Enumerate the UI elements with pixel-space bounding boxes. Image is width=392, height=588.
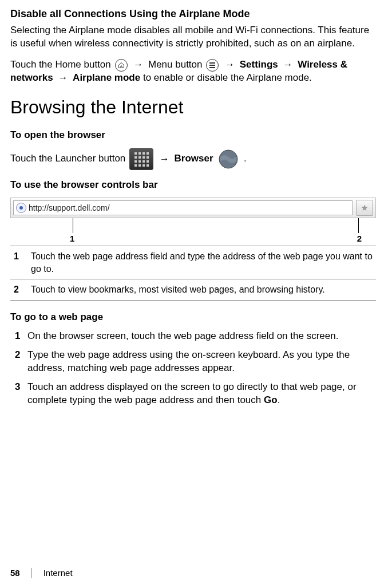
para-airplane-desc: Selecting the Airplane mode disables all… bbox=[10, 24, 376, 50]
step-item: 3 Touch an address displayed on the scre… bbox=[10, 381, 376, 407]
footer-separator bbox=[31, 568, 32, 578]
favicon-icon bbox=[16, 203, 26, 213]
text-menu-button: Menu button bbox=[148, 59, 205, 70]
row-text: Touch to view bookmarks, most visited we… bbox=[27, 279, 376, 301]
steps-list: 1 On the browser screen, touch the web p… bbox=[10, 330, 376, 407]
text-touch-home: Touch the Home button bbox=[10, 59, 114, 70]
arrow-icon: → bbox=[133, 59, 143, 70]
row-number: 2 bbox=[10, 279, 27, 301]
text-settings: Settings bbox=[240, 59, 278, 70]
heading-browser-controls: To use the browser controls bar bbox=[10, 179, 376, 192]
table-row: 2 Touch to view bookmarks, most visited … bbox=[10, 279, 376, 301]
page-number: 58 bbox=[10, 567, 20, 579]
callout-2: 2 bbox=[357, 233, 362, 244]
callout-labels: 1 2 bbox=[10, 218, 376, 242]
page-footer: 58 Internet bbox=[10, 567, 73, 579]
step-number: 1 bbox=[10, 330, 27, 343]
heading-open-browser: To open the browser bbox=[10, 129, 376, 142]
table-row: 1 Touch the web page address field and t… bbox=[10, 246, 376, 279]
callout-1: 1 bbox=[70, 233, 74, 244]
launcher-icon bbox=[129, 148, 153, 170]
url-text: http://support.dell.com/ bbox=[29, 203, 110, 214]
step-item: 2 Type the web page address using the on… bbox=[10, 349, 376, 375]
text-browser: Browser bbox=[175, 153, 213, 164]
para-airplane-instruction: Touch the Home button → Menu button → Se… bbox=[10, 58, 376, 85]
arrow-icon: → bbox=[160, 153, 169, 164]
menu-icon bbox=[206, 59, 219, 72]
heading-airplane-mode: Disable all Connections Using the Airpla… bbox=[10, 7, 376, 21]
heading-browsing-internet: Browsing the Internet bbox=[10, 95, 376, 120]
text-airplane-suffix: to enable or disable the Airplane mode. bbox=[143, 72, 312, 83]
star-icon bbox=[361, 204, 369, 212]
step-text: Type the web page address using the on-s… bbox=[27, 349, 376, 375]
controls-description-table: 1 Touch the web page address field and t… bbox=[10, 246, 376, 301]
arrow-icon: → bbox=[225, 59, 235, 70]
step-item: 1 On the browser screen, touch the web p… bbox=[10, 330, 376, 343]
text-touch-launcher: Touch the Launcher button bbox=[10, 153, 128, 164]
url-address-field[interactable]: http://support.dell.com/ bbox=[13, 200, 353, 215]
arrow-icon: → bbox=[58, 72, 68, 83]
section-name: Internet bbox=[43, 567, 73, 579]
browser-bar-screenshot: http://support.dell.com/ 1 2 bbox=[10, 198, 376, 242]
row-number: 1 bbox=[10, 246, 27, 279]
text-airplane-mode: Airplane mode bbox=[73, 72, 140, 83]
bookmarks-button[interactable] bbox=[356, 200, 373, 216]
step-text: On the browser screen, touch the web pag… bbox=[27, 330, 376, 343]
step-number: 2 bbox=[10, 349, 27, 375]
globe-icon bbox=[217, 148, 240, 171]
para-open-browser: Touch the Launcher button → Browser . bbox=[10, 148, 376, 171]
home-icon bbox=[115, 59, 128, 72]
step-text: Touch an address displayed on the screen… bbox=[27, 381, 376, 407]
step-number: 3 bbox=[10, 381, 27, 407]
text-period: . bbox=[244, 153, 247, 164]
arrow-icon: → bbox=[283, 59, 293, 70]
browser-toolbar: http://support.dell.com/ bbox=[10, 198, 376, 218]
row-text: Touch the web page address field and typ… bbox=[27, 246, 376, 279]
heading-goto-webpage: To go to a web page bbox=[10, 311, 376, 324]
